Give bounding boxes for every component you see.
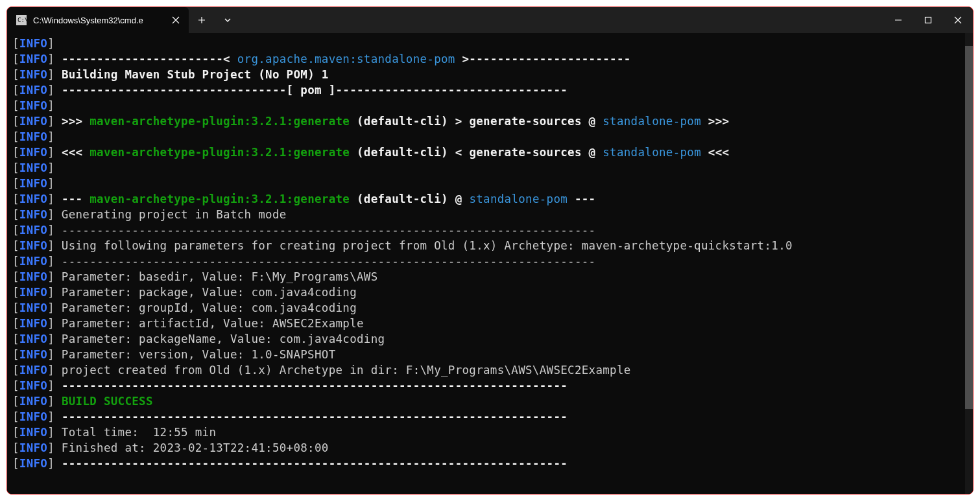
log-level: INFO	[19, 255, 47, 268]
terminal-line: [INFO] ---------------------------------…	[12, 222, 968, 238]
log-segment: ----------------------------------------…	[54, 224, 595, 237]
log-segment: ----------------------------------------…	[54, 255, 595, 268]
tab-active[interactable]: C:\ C:\Windows\System32\cmd.e	[7, 7, 189, 33]
log-level: INFO	[19, 52, 47, 65]
log-segment: Building Maven Stub Project (No POM) 1	[62, 68, 329, 81]
terminal-line: [INFO]	[12, 160, 968, 176]
log-segment	[350, 192, 357, 205]
bracket-close: ]	[47, 457, 54, 470]
bracket-open: [	[12, 99, 19, 112]
terminal-line: [INFO] Parameter: groupId, Value: com.ja…	[12, 300, 968, 316]
bracket-open: [	[12, 379, 19, 392]
bracket-close: ]	[47, 37, 54, 50]
terminal-line: [INFO]	[12, 129, 968, 145]
bracket-close: ]	[47, 379, 54, 392]
terminal-line: [INFO] Parameter: version, Value: 1.0-SN…	[12, 347, 968, 362]
bracket-open: [	[12, 410, 19, 423]
log-level: INFO	[19, 115, 47, 128]
bracket-close: ]	[47, 146, 54, 159]
log-segment: generate-sources	[469, 146, 581, 159]
terminal-window: C:\ C:\Windows\System32\cmd.e	[6, 6, 974, 495]
log-segment: BUILD SUCCESS	[62, 395, 153, 408]
bracket-open: [	[12, 317, 19, 330]
terminal-output[interactable]: [INFO][INFO] -----------------------< or…	[7, 33, 973, 494]
log-segment: (default-cli)	[357, 146, 448, 159]
log-segment: org.apache.maven:standalone-pom	[237, 52, 455, 65]
log-segment	[350, 115, 357, 128]
log-level: INFO	[19, 364, 47, 377]
log-level: INFO	[19, 286, 47, 299]
scrollbar-thumb[interactable]	[965, 46, 973, 409]
bracket-open: [	[12, 177, 19, 190]
terminal-line: [INFO]	[12, 36, 968, 51]
bracket-close: ]	[47, 301, 54, 314]
log-segment: Finished at: 2023-02-13T22:41:50+08:00	[54, 441, 329, 454]
bracket-open: [	[12, 348, 19, 361]
terminal-line: [INFO] --------------------------------[…	[12, 82, 968, 98]
titlebar-drag-area[interactable]	[241, 7, 883, 33]
log-segment: <	[448, 146, 470, 159]
minimize-button[interactable]	[883, 7, 913, 33]
bracket-open: [	[12, 457, 19, 470]
log-level: INFO	[19, 161, 47, 174]
scrollbar-track[interactable]	[965, 33, 973, 494]
maximize-button[interactable]	[913, 7, 943, 33]
terminal-line: [INFO] <<< maven-archetype-plugin:3.2.1:…	[12, 145, 968, 160]
terminal-line: [INFO] ---------------------------------…	[12, 378, 968, 393]
log-segment	[54, 68, 62, 81]
terminal-line: [INFO] ---------------------------------…	[12, 253, 968, 269]
bracket-open: [	[12, 426, 19, 439]
log-segment: -----------------------<	[62, 52, 237, 65]
bracket-open: [	[12, 364, 19, 377]
log-level: INFO	[19, 146, 47, 159]
log-segment: Total time: 12:55 min	[54, 426, 216, 439]
new-tab-button[interactable]	[189, 7, 215, 33]
log-segment: standalone-pom	[603, 146, 701, 159]
log-segment	[54, 146, 62, 159]
log-level: INFO	[19, 301, 47, 314]
log-level: INFO	[19, 395, 47, 408]
terminal-line: [INFO] Building Maven Stub Project (No P…	[12, 67, 968, 82]
log-segment: Parameter: version, Value: 1.0-SNAPSHOT	[54, 348, 335, 361]
tab-close-button[interactable]	[169, 14, 182, 27]
bracket-close: ]	[47, 208, 54, 221]
svg-text:C:\: C:\	[18, 17, 27, 23]
log-level: INFO	[19, 348, 47, 361]
bracket-open: [	[12, 68, 19, 81]
bracket-close: ]	[47, 395, 54, 408]
bracket-close: ]	[47, 224, 54, 237]
log-segment: Parameter: basedir, Value: F:\My_Program…	[54, 270, 377, 283]
bracket-close: ]	[47, 255, 54, 268]
bracket-close: ]	[47, 317, 54, 330]
log-level: INFO	[19, 84, 47, 97]
bracket-close: ]	[47, 286, 54, 299]
log-segment	[54, 84, 62, 97]
bracket-close: ]	[47, 426, 54, 439]
bracket-open: [	[12, 115, 19, 128]
log-segment	[54, 192, 62, 205]
log-segment: ----------------------------------------…	[62, 410, 568, 423]
window-controls	[883, 7, 973, 33]
log-segment: >	[448, 115, 470, 128]
bracket-close: ]	[47, 364, 54, 377]
log-level: INFO	[19, 130, 47, 143]
log-segment: >-----------------------	[455, 52, 631, 65]
log-level: INFO	[19, 270, 47, 283]
tab-dropdown-button[interactable]	[215, 7, 241, 33]
log-segment: <<<	[62, 146, 90, 159]
log-level: INFO	[19, 37, 47, 50]
terminal-line: [INFO] Parameter: packageName, Value: co…	[12, 331, 968, 347]
log-level: INFO	[19, 410, 47, 423]
log-level: INFO	[19, 208, 47, 221]
close-button[interactable]	[943, 7, 973, 33]
bracket-close: ]	[47, 270, 54, 283]
log-segment: @	[582, 146, 603, 159]
log-level: INFO	[19, 99, 47, 112]
log-level: INFO	[19, 332, 47, 345]
log-level: INFO	[19, 68, 47, 81]
log-level: INFO	[19, 192, 47, 205]
log-segment: Parameter: package, Value: com.java4codi…	[54, 286, 357, 299]
bracket-close: ]	[47, 441, 54, 454]
bracket-open: [	[12, 52, 19, 65]
log-level: INFO	[19, 457, 47, 470]
